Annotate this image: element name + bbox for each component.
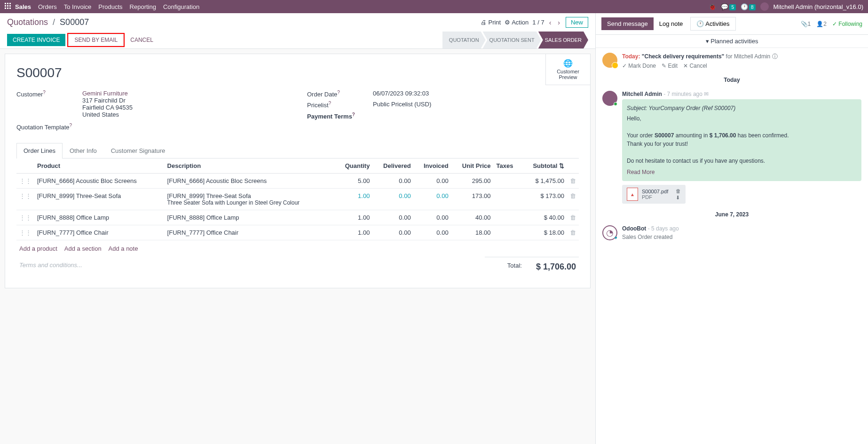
cell-delivered[interactable]: 0.00 bbox=[372, 189, 413, 210]
th-product[interactable]: Product bbox=[34, 159, 165, 174]
following-button[interactable]: ✓ Following bbox=[832, 21, 862, 27]
info-icon[interactable]: ⓘ bbox=[772, 53, 778, 60]
nav-to-invoice[interactable]: To Invoice bbox=[64, 3, 92, 10]
edit-activity-button[interactable]: ✎ Edit bbox=[662, 63, 678, 69]
envelope-icon[interactable]: ✉ bbox=[704, 91, 709, 97]
status-quotation[interactable]: QUOTATION bbox=[442, 32, 486, 48]
pager-next-icon[interactable]: › bbox=[556, 18, 562, 27]
breadcrumb-parent[interactable]: Quotations bbox=[7, 17, 48, 27]
delete-row-icon[interactable]: 🗑 bbox=[567, 189, 579, 210]
delete-row-icon[interactable]: 🗑 bbox=[567, 210, 579, 225]
download-attachment-icon[interactable]: ⬇ bbox=[676, 195, 681, 201]
send-by-email-button[interactable]: SEND BY EMAIL bbox=[68, 34, 124, 46]
table-row[interactable]: ⋮⋮ [FURN_8888] Office Lamp [FURN_8888] O… bbox=[16, 210, 579, 225]
cell-quantity[interactable]: 1.00 bbox=[335, 225, 372, 240]
apps-icon[interactable] bbox=[5, 3, 11, 11]
order-date-value[interactable]: 06/07/2023 09:32:03 bbox=[373, 90, 579, 98]
pager-prev-icon[interactable]: ‹ bbox=[547, 18, 553, 27]
messages-icon[interactable]: 💬5 bbox=[721, 3, 736, 10]
cancel-activity-button[interactable]: ✕ Cancel bbox=[683, 63, 707, 69]
user-avatar-icon[interactable] bbox=[760, 2, 769, 11]
mark-done-button[interactable]: ✓ Mark Done bbox=[622, 63, 656, 69]
delete-row-icon[interactable]: 🗑 bbox=[567, 225, 579, 240]
nav-products[interactable]: Products bbox=[98, 3, 122, 10]
cell-product[interactable]: [FURN_6666] Acoustic Bloc Screens bbox=[34, 174, 165, 189]
drag-handle-icon[interactable]: ⋮⋮ bbox=[16, 189, 34, 210]
th-description[interactable]: Description bbox=[165, 159, 335, 174]
cell-quantity[interactable]: 1.00 bbox=[335, 210, 372, 225]
cell-taxes[interactable] bbox=[494, 210, 521, 225]
activities-icon[interactable]: 🕐8 bbox=[741, 3, 756, 10]
followers-count[interactable]: 👤2 bbox=[816, 21, 827, 27]
debug-icon[interactable]: 🐞 bbox=[709, 3, 716, 10]
cell-product[interactable]: [FURN_7777] Office Chair bbox=[34, 225, 165, 240]
drag-handle-icon[interactable]: ⋮⋮ bbox=[16, 225, 34, 240]
th-delivered[interactable]: Delivered bbox=[372, 159, 413, 174]
th-quantity[interactable]: Quantity bbox=[335, 159, 372, 174]
th-taxes[interactable]: Taxes bbox=[494, 159, 521, 174]
cell-delivered[interactable]: 0.00 bbox=[372, 210, 413, 225]
cell-unit-price[interactable]: 173.00 bbox=[451, 189, 494, 210]
user-name[interactable]: Mitchell Admin (horizontal_v16.0) bbox=[773, 3, 863, 10]
planned-activities-toggle[interactable]: ▾ Planned activities bbox=[596, 35, 868, 48]
cell-delivered[interactable]: 0.00 bbox=[372, 225, 413, 240]
status-sales-order[interactable]: SALES ORDER bbox=[538, 32, 588, 48]
cell-unit-price[interactable]: 18.00 bbox=[451, 225, 494, 240]
add-product-link[interactable]: Add a product bbox=[19, 245, 57, 252]
app-name[interactable]: Sales bbox=[15, 3, 31, 10]
tab-order-lines[interactable]: Order Lines bbox=[16, 143, 63, 159]
attachment-item[interactable]: ▲ S00007.pdf PDF 🗑 ⬇ bbox=[622, 185, 686, 204]
cell-quantity[interactable]: 1.00 bbox=[335, 189, 372, 210]
tab-customer-signature[interactable]: Customer Signature bbox=[104, 143, 173, 158]
nav-reporting[interactable]: Reporting bbox=[130, 3, 156, 10]
table-row[interactable]: ⋮⋮ [FURN_6666] Acoustic Bloc Screens [FU… bbox=[16, 174, 579, 189]
cell-delivered[interactable]: 0.00 bbox=[372, 174, 413, 189]
cell-taxes[interactable] bbox=[494, 189, 521, 210]
pricelist-value[interactable]: Public Pricelist (USD) bbox=[373, 101, 579, 109]
read-more-link[interactable]: Read More bbox=[627, 168, 655, 176]
cell-product[interactable]: [FURN_8888] Office Lamp bbox=[34, 210, 165, 225]
cell-quantity[interactable]: 5.00 bbox=[335, 174, 372, 189]
drag-handle-icon[interactable]: ⋮⋮ bbox=[16, 210, 34, 225]
th-subtotal[interactable]: Subtotal ⇅ bbox=[521, 159, 567, 174]
cancel-button[interactable]: CANCEL bbox=[125, 34, 159, 46]
cell-taxes[interactable] bbox=[494, 225, 521, 240]
cell-description[interactable]: [FURN_8999] Three-Seat SofaThree Seater … bbox=[165, 189, 335, 210]
status-quotation-sent[interactable]: QUOTATION SENT bbox=[483, 32, 541, 48]
cell-description[interactable]: [FURN_6666] Acoustic Bloc Screens bbox=[165, 174, 335, 189]
cell-unit-price[interactable]: 40.00 bbox=[451, 210, 494, 225]
send-message-button[interactable]: Send message bbox=[601, 17, 654, 30]
column-options-icon[interactable]: ⇅ bbox=[559, 162, 564, 169]
nav-orders[interactable]: Orders bbox=[38, 3, 57, 10]
log-note-button[interactable]: Log note bbox=[654, 17, 689, 30]
cell-invoiced[interactable]: 0.00 bbox=[414, 174, 451, 189]
cell-taxes[interactable] bbox=[494, 174, 521, 189]
drag-handle-icon[interactable]: ⋮⋮ bbox=[16, 174, 34, 189]
table-row[interactable]: ⋮⋮ [FURN_8999] Three-Seat Sofa [FURN_899… bbox=[16, 189, 579, 210]
cell-unit-price[interactable]: 295.00 bbox=[451, 174, 494, 189]
add-note-link[interactable]: Add a note bbox=[109, 245, 138, 252]
new-button[interactable]: New bbox=[566, 17, 588, 28]
cell-description[interactable]: [FURN_7777] Office Chair bbox=[165, 225, 335, 240]
payment-terms-value[interactable] bbox=[373, 112, 579, 120]
attachments-count[interactable]: 📎1 bbox=[801, 21, 811, 27]
delete-attachment-icon[interactable]: 🗑 bbox=[676, 188, 681, 194]
cell-invoiced[interactable]: 0.00 bbox=[414, 189, 451, 210]
nav-configuration[interactable]: Configuration bbox=[163, 3, 199, 10]
create-invoice-button[interactable]: CREATE INVOICE bbox=[7, 34, 65, 46]
delete-row-icon[interactable]: 🗑 bbox=[567, 174, 579, 189]
table-row[interactable]: ⋮⋮ [FURN_7777] Office Chair [FURN_7777] … bbox=[16, 225, 579, 240]
th-invoiced[interactable]: Invoiced bbox=[414, 159, 451, 174]
quotation-template-value[interactable] bbox=[82, 123, 288, 131]
action-button[interactable]: ⚙ Action bbox=[505, 19, 529, 26]
cell-invoiced[interactable]: 0.00 bbox=[414, 225, 451, 240]
cell-description[interactable]: [FURN_8888] Office Lamp bbox=[165, 210, 335, 225]
th-unit-price[interactable]: Unit Price bbox=[451, 159, 494, 174]
cell-invoiced[interactable]: 0.00 bbox=[414, 210, 451, 225]
terms-input[interactable]: Terms and conditions... bbox=[16, 257, 485, 277]
cell-product[interactable]: [FURN_8999] Three-Seat Sofa bbox=[34, 189, 165, 210]
customer-preview-button[interactable]: 🌐 Customer Preview bbox=[545, 54, 590, 85]
print-button[interactable]: 🖨 Print bbox=[481, 19, 501, 26]
customer-link[interactable]: Gemini Furniture bbox=[82, 90, 128, 97]
tab-other-info[interactable]: Other Info bbox=[63, 143, 104, 158]
